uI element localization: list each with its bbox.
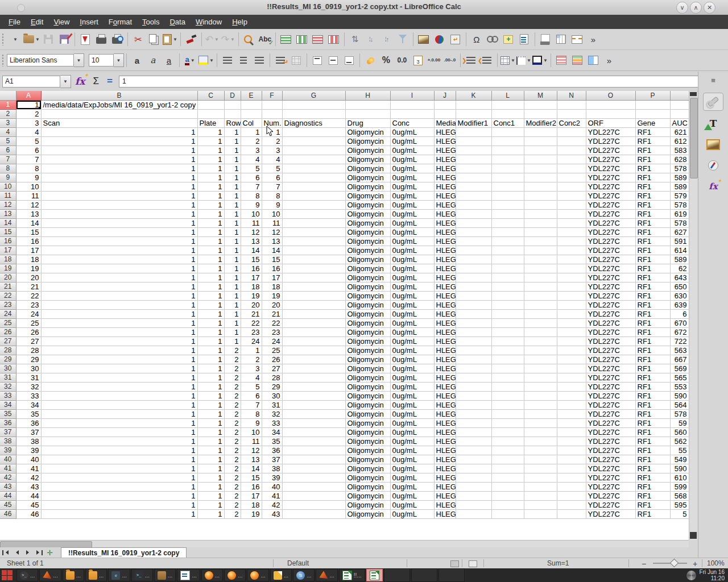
cell[interactable]: 14	[16, 218, 41, 227]
cell[interactable]	[491, 282, 524, 291]
cell[interactable]	[524, 482, 557, 491]
cell[interactable]: 563	[670, 346, 689, 355]
cell[interactable]	[557, 373, 586, 382]
cell[interactable]: Oligomycin	[345, 346, 390, 355]
cell[interactable]: 1	[41, 482, 197, 491]
cell[interactable]: HLEG	[434, 246, 456, 255]
menu-window[interactable]: Window	[191, 16, 227, 28]
cell[interactable]: 1	[41, 491, 197, 500]
cell[interactable]: 0ug/mL	[390, 336, 434, 346]
cell[interactable]	[524, 491, 557, 500]
cell[interactable]: 18	[16, 255, 41, 264]
cell[interactable]: Oligomycin	[345, 291, 390, 300]
cell[interactable]	[491, 409, 524, 418]
cell[interactable]: 1	[224, 336, 241, 346]
cell[interactable]: 38	[16, 436, 41, 446]
cell[interactable]	[282, 309, 345, 318]
cell[interactable]: 1	[197, 482, 224, 491]
cell[interactable]: RF1	[635, 391, 670, 400]
cell[interactable]	[456, 164, 491, 173]
column-header-I[interactable]: I	[390, 91, 434, 100]
taskbar-window-folder[interactable]: ...	[63, 569, 84, 581]
row-header[interactable]: 18	[0, 255, 16, 264]
cell[interactable]: RF1	[635, 409, 670, 418]
cell[interactable]: 1	[197, 300, 224, 309]
delete-decimal-button[interactable]: .00-.0	[442, 52, 457, 68]
column-header-C[interactable]: C	[197, 91, 224, 100]
cell[interactable]: 10	[16, 182, 41, 191]
menu-data[interactable]: Data	[164, 16, 190, 28]
cell[interactable]: 0ug/mL	[390, 436, 434, 446]
cell[interactable]	[557, 464, 586, 473]
cell[interactable]: Gene	[635, 118, 670, 127]
cell[interactable]: 0ug/mL	[390, 446, 434, 455]
cell[interactable]: 1	[197, 282, 224, 291]
cell[interactable]: 28	[262, 373, 282, 382]
cell[interactable]: Conc1	[491, 118, 524, 127]
cell[interactable]: 12	[16, 200, 41, 209]
cell[interactable]: 1	[224, 318, 241, 327]
cell[interactable]: 1	[41, 391, 197, 400]
cell[interactable]: Oligomycin	[345, 355, 390, 364]
column-header-N[interactable]: N	[557, 91, 586, 100]
cell[interactable]: 1	[241, 127, 262, 136]
cell[interactable]: Oligomycin	[345, 382, 390, 391]
row-header[interactable]: 37	[0, 427, 16, 436]
cell[interactable]: 578	[670, 164, 689, 173]
notification-spinner-icon[interactable]	[686, 571, 696, 580]
align-left-button[interactable]	[220, 52, 235, 68]
cell[interactable]: 562	[670, 436, 689, 446]
cell[interactable]	[557, 173, 586, 182]
cell[interactable]: 1	[41, 400, 197, 409]
row-header[interactable]: 40	[0, 455, 16, 464]
cell[interactable]	[282, 146, 345, 155]
cell[interactable]: YDL227C	[586, 427, 635, 436]
taskbar-window-firefox[interactable]: ...	[247, 569, 268, 581]
cell[interactable]	[524, 418, 557, 427]
cell[interactable]: Oligomycin	[345, 418, 390, 427]
cell[interactable]	[557, 309, 586, 318]
cell[interactable]: 5	[670, 509, 689, 518]
cell[interactable]	[524, 336, 557, 346]
cell[interactable]	[282, 127, 345, 136]
cell[interactable]: RF1	[635, 236, 670, 246]
cell[interactable]	[524, 409, 557, 418]
cell[interactable]: 0ug/mL	[390, 227, 434, 236]
cell[interactable]: 1	[41, 500, 197, 509]
cell[interactable]: YDL227C	[586, 473, 635, 482]
cell[interactable]	[491, 227, 524, 236]
cell[interactable]: Oligomycin	[345, 391, 390, 400]
cell[interactable]: 1	[41, 373, 197, 382]
cell[interactable]: 1	[197, 473, 224, 482]
column-header-K[interactable]: K	[456, 91, 491, 100]
cell[interactable]	[456, 236, 491, 246]
cell[interactable]: 9	[262, 200, 282, 209]
cell[interactable]: 3	[241, 146, 262, 155]
cell[interactable]: Oligomycin	[345, 200, 390, 209]
cell[interactable]: 2	[224, 509, 241, 518]
column-header-A[interactable]: A	[16, 91, 41, 100]
cell[interactable]: YDL227C	[586, 400, 635, 409]
cell[interactable]: RF1	[635, 355, 670, 364]
cell[interactable]	[282, 109, 345, 118]
new-button[interactable]: ▼	[7, 31, 22, 47]
cell[interactable]: 1	[197, 373, 224, 382]
zoom-in-icon[interactable]: +	[693, 559, 697, 568]
cell[interactable]	[586, 100, 635, 109]
row-header[interactable]: 5	[0, 136, 16, 146]
cell[interactable]: HLEG	[434, 373, 456, 382]
cell[interactable]: 614	[670, 246, 689, 255]
cell[interactable]	[557, 264, 586, 273]
cell[interactable]: YDL227C	[586, 282, 635, 291]
cell[interactable]: 1	[41, 409, 197, 418]
cell[interactable]	[635, 109, 670, 118]
column-header-F[interactable]: F	[262, 91, 282, 100]
horizontal-scrollbar[interactable]	[0, 540, 689, 547]
conditional-databar-button[interactable]	[586, 52, 601, 68]
cell[interactable]: 1	[41, 264, 197, 273]
cell[interactable]: 15	[241, 473, 262, 482]
cell[interactable]	[524, 264, 557, 273]
cell[interactable]	[557, 509, 586, 518]
cell[interactable]: 1	[224, 173, 241, 182]
cell[interactable]: 0ug/mL	[390, 491, 434, 500]
